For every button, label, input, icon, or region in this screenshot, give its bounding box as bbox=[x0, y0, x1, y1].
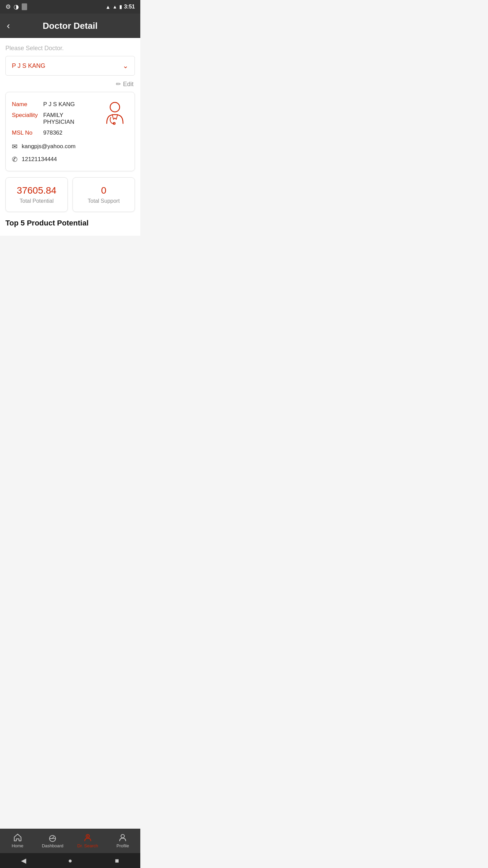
svg-point-0 bbox=[110, 102, 120, 112]
doctor-avatar bbox=[98, 100, 128, 127]
doctor-card: Name P J S KANG Speciallity FAMILY PHYSI… bbox=[5, 92, 135, 171]
time-display: 3:51 bbox=[124, 4, 135, 10]
phone-value: 12121134444 bbox=[22, 156, 57, 163]
doctor-dropdown[interactable]: P J S KANG ⌄ bbox=[5, 56, 135, 76]
page-title: Doctor Detail bbox=[7, 21, 134, 31]
name-value: P J S KANG bbox=[43, 100, 93, 109]
phone-row: ✆ 12121134444 bbox=[12, 155, 128, 163]
total-support-card: 0 Total Support bbox=[73, 177, 135, 212]
phone-icon: ✆ bbox=[12, 155, 18, 163]
speciality-label: Speciallity bbox=[12, 111, 38, 120]
name-label: Name bbox=[12, 100, 38, 109]
email-row: ✉ kangpjs@yahoo.com bbox=[12, 142, 128, 151]
edit-row: ✏ Edit bbox=[5, 80, 135, 88]
back-button[interactable]: ‹ bbox=[7, 20, 10, 31]
wifi-icon: ▲ bbox=[105, 4, 110, 10]
total-potential-value: 37605.84 bbox=[10, 185, 63, 196]
total-potential-label: Total Potential bbox=[10, 198, 63, 204]
msl-value: 978362 bbox=[43, 128, 93, 138]
selected-doctor-name: P J S KANG bbox=[12, 62, 45, 70]
signal-icon: ▲ bbox=[113, 4, 117, 9]
pencil-icon: ✏ bbox=[116, 80, 121, 88]
sd-icon bbox=[22, 3, 27, 10]
status-icons-left: ⚙ ◑ bbox=[5, 3, 27, 11]
total-support-value: 0 bbox=[77, 185, 130, 196]
total-support-label: Total Support bbox=[77, 198, 130, 204]
stats-row: 37605.84 Total Potential 0 Total Support bbox=[5, 177, 135, 212]
email-value: kangpjs@yahoo.com bbox=[22, 143, 76, 150]
doctor-info-grid: Name P J S KANG Speciallity FAMILY PHYSI… bbox=[12, 100, 128, 138]
edit-button[interactable]: ✏ Edit bbox=[116, 80, 134, 88]
moon-icon: ◑ bbox=[14, 3, 19, 11]
speciality-value: FAMILY PHYSICIAN bbox=[43, 111, 93, 127]
total-potential-card: 37605.84 Total Potential bbox=[5, 177, 68, 212]
gear-icon: ⚙ bbox=[5, 3, 11, 11]
top5-section-title: Top 5 Product Potential bbox=[5, 219, 135, 228]
status-bar: ⚙ ◑ ▲ ▲ ▮ 3:51 bbox=[0, 0, 140, 14]
select-doctor-label: Please Select Doctor. bbox=[5, 45, 135, 52]
edit-label: Edit bbox=[123, 81, 134, 88]
msl-label: MSL No bbox=[12, 128, 38, 138]
header: ‹ Doctor Detail bbox=[0, 14, 140, 38]
chevron-down-icon: ⌄ bbox=[123, 62, 128, 70]
battery-icon: ▮ bbox=[119, 4, 122, 9]
email-icon: ✉ bbox=[12, 142, 18, 151]
main-content: Please Select Doctor. P J S KANG ⌄ ✏ Edi… bbox=[0, 38, 140, 236]
status-icons-right: ▲ ▲ ▮ 3:51 bbox=[105, 4, 135, 10]
